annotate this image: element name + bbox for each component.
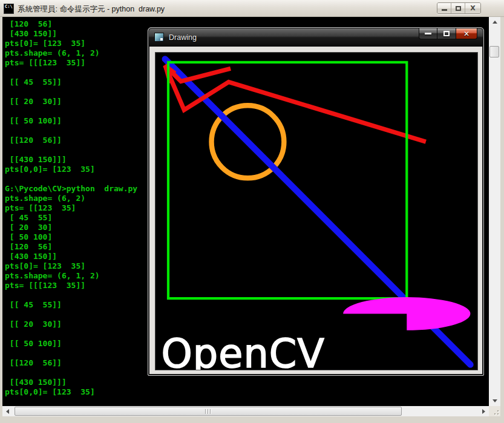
maximize-button[interactable] (437, 28, 456, 39)
close-button[interactable]: ✕ (456, 28, 477, 39)
drawing-titlebar[interactable]: Drawing ✕ (149, 28, 483, 47)
close-button[interactable]: X (465, 3, 480, 13)
drawing-caption-buttons: ✕ (419, 28, 477, 39)
scroll-up-button[interactable] (489, 17, 500, 27)
scroll-left-button[interactable] (2, 406, 13, 416)
drawing-window-icon[interactable] (154, 33, 164, 42)
drawing-shapes: OpenCV (155, 53, 477, 370)
thumb-grip-icon (208, 409, 209, 414)
red-polyline (165, 65, 426, 142)
screen: C:\ 系統管理員: 命令提示字元 - python draw.py X [12… (0, 0, 504, 423)
arrow-right-icon (482, 409, 485, 414)
resize-grip-dot (497, 413, 499, 415)
opencv-label: OpenCV (161, 330, 324, 370)
drawing-window: Drawing ✕ OpenCV (148, 27, 484, 376)
console-window-title: 系統管理員: 命令提示字元 - python draw.py (18, 4, 165, 15)
arrow-down-icon (493, 399, 497, 402)
arrow-left-icon (6, 409, 9, 414)
vertical-scrollbar-thumb[interactable] (489, 46, 499, 57)
close-icon: ✕ (463, 30, 470, 38)
console-titlebar[interactable]: C:\ 系統管理員: 命令提示字元 - python draw.py X (0, 0, 504, 17)
drawing-canvas: OpenCV (155, 52, 478, 370)
console-caption-buttons: X (437, 2, 481, 14)
cmd-icon[interactable]: C:\ (4, 4, 14, 14)
resize-grip-dot (497, 410, 499, 412)
magenta-ellipse-pie (343, 297, 470, 330)
thumb-grip-icon (205, 409, 206, 414)
minimize-icon (442, 9, 447, 11)
minimize-button[interactable] (437, 3, 451, 13)
horizontal-scrollbar[interactable] (2, 406, 489, 416)
maximize-icon (443, 31, 450, 36)
maximize-button[interactable] (451, 3, 465, 13)
console-output-text: [120 56] [430 150]] pts[0]= [123 35] pts… (5, 19, 137, 397)
scroll-right-button[interactable] (479, 406, 489, 416)
minimize-button[interactable] (419, 28, 437, 39)
close-icon: X (470, 5, 475, 11)
thumb-grip-icon (210, 409, 211, 414)
horizontal-scrollbar-thumb[interactable] (15, 407, 402, 416)
minimize-icon (425, 33, 431, 34)
maximize-icon (456, 6, 461, 11)
resize-grip[interactable] (489, 406, 500, 416)
resize-grip-dot (494, 413, 496, 415)
arrow-up-icon (493, 21, 497, 24)
drawing-window-title: Drawing (169, 33, 197, 42)
scroll-down-button[interactable] (489, 396, 500, 406)
vertical-scrollbar[interactable] (489, 17, 500, 406)
